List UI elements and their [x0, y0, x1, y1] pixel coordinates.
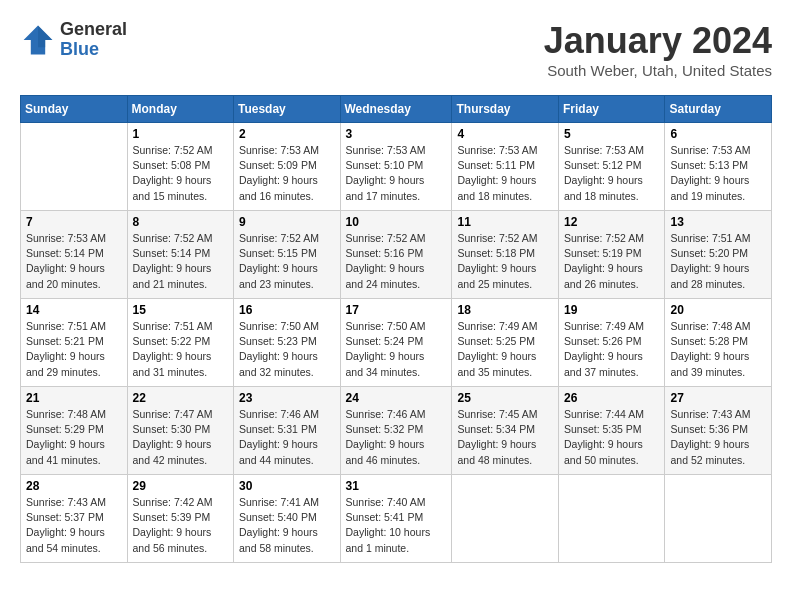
day-info: Sunrise: 7:52 AM Sunset: 5:08 PM Dayligh…	[133, 143, 229, 204]
day-info: Sunrise: 7:43 AM Sunset: 5:37 PM Dayligh…	[26, 495, 122, 556]
calendar-cell: 2Sunrise: 7:53 AM Sunset: 5:09 PM Daylig…	[234, 123, 341, 211]
calendar-cell	[558, 475, 665, 563]
day-info: Sunrise: 7:47 AM Sunset: 5:30 PM Dayligh…	[133, 407, 229, 468]
day-number: 23	[239, 391, 335, 405]
calendar-cell: 5Sunrise: 7:53 AM Sunset: 5:12 PM Daylig…	[558, 123, 665, 211]
calendar-cell: 16Sunrise: 7:50 AM Sunset: 5:23 PM Dayli…	[234, 299, 341, 387]
day-number: 12	[564, 215, 660, 229]
day-number: 24	[346, 391, 447, 405]
day-number: 8	[133, 215, 229, 229]
day-number: 7	[26, 215, 122, 229]
calendar-cell: 15Sunrise: 7:51 AM Sunset: 5:22 PM Dayli…	[127, 299, 234, 387]
calendar-cell: 20Sunrise: 7:48 AM Sunset: 5:28 PM Dayli…	[665, 299, 772, 387]
calendar-cell: 28Sunrise: 7:43 AM Sunset: 5:37 PM Dayli…	[21, 475, 128, 563]
day-info: Sunrise: 7:53 AM Sunset: 5:10 PM Dayligh…	[346, 143, 447, 204]
day-info: Sunrise: 7:49 AM Sunset: 5:26 PM Dayligh…	[564, 319, 660, 380]
calendar-cell: 13Sunrise: 7:51 AM Sunset: 5:20 PM Dayli…	[665, 211, 772, 299]
calendar-table: SundayMondayTuesdayWednesdayThursdayFrid…	[20, 95, 772, 563]
header-day-thursday: Thursday	[452, 96, 559, 123]
day-info: Sunrise: 7:41 AM Sunset: 5:40 PM Dayligh…	[239, 495, 335, 556]
week-row-2: 14Sunrise: 7:51 AM Sunset: 5:21 PM Dayli…	[21, 299, 772, 387]
header-day-friday: Friday	[558, 96, 665, 123]
day-number: 19	[564, 303, 660, 317]
calendar-cell: 3Sunrise: 7:53 AM Sunset: 5:10 PM Daylig…	[340, 123, 452, 211]
calendar-subtitle: South Weber, Utah, United States	[544, 62, 772, 79]
calendar-cell	[665, 475, 772, 563]
day-info: Sunrise: 7:48 AM Sunset: 5:29 PM Dayligh…	[26, 407, 122, 468]
day-number: 1	[133, 127, 229, 141]
day-info: Sunrise: 7:42 AM Sunset: 5:39 PM Dayligh…	[133, 495, 229, 556]
day-number: 10	[346, 215, 447, 229]
calendar-cell: 9Sunrise: 7:52 AM Sunset: 5:15 PM Daylig…	[234, 211, 341, 299]
calendar-title: January 2024	[544, 20, 772, 62]
calendar-header: SundayMondayTuesdayWednesdayThursdayFrid…	[21, 96, 772, 123]
calendar-cell: 25Sunrise: 7:45 AM Sunset: 5:34 PM Dayli…	[452, 387, 559, 475]
calendar-cell	[452, 475, 559, 563]
day-info: Sunrise: 7:46 AM Sunset: 5:32 PM Dayligh…	[346, 407, 447, 468]
day-number: 9	[239, 215, 335, 229]
calendar-cell: 10Sunrise: 7:52 AM Sunset: 5:16 PM Dayli…	[340, 211, 452, 299]
svg-marker-1	[38, 25, 52, 47]
day-info: Sunrise: 7:50 AM Sunset: 5:23 PM Dayligh…	[239, 319, 335, 380]
calendar-cell: 1Sunrise: 7:52 AM Sunset: 5:08 PM Daylig…	[127, 123, 234, 211]
day-number: 14	[26, 303, 122, 317]
day-number: 17	[346, 303, 447, 317]
day-info: Sunrise: 7:45 AM Sunset: 5:34 PM Dayligh…	[457, 407, 553, 468]
day-info: Sunrise: 7:40 AM Sunset: 5:41 PM Dayligh…	[346, 495, 447, 556]
day-number: 20	[670, 303, 766, 317]
day-number: 26	[564, 391, 660, 405]
day-info: Sunrise: 7:53 AM Sunset: 5:11 PM Dayligh…	[457, 143, 553, 204]
header-row: SundayMondayTuesdayWednesdayThursdayFrid…	[21, 96, 772, 123]
calendar-cell: 26Sunrise: 7:44 AM Sunset: 5:35 PM Dayli…	[558, 387, 665, 475]
day-info: Sunrise: 7:52 AM Sunset: 5:15 PM Dayligh…	[239, 231, 335, 292]
day-info: Sunrise: 7:44 AM Sunset: 5:35 PM Dayligh…	[564, 407, 660, 468]
calendar-cell	[21, 123, 128, 211]
day-number: 16	[239, 303, 335, 317]
day-number: 13	[670, 215, 766, 229]
calendar-cell: 24Sunrise: 7:46 AM Sunset: 5:32 PM Dayli…	[340, 387, 452, 475]
header-day-tuesday: Tuesday	[234, 96, 341, 123]
header-day-monday: Monday	[127, 96, 234, 123]
day-info: Sunrise: 7:48 AM Sunset: 5:28 PM Dayligh…	[670, 319, 766, 380]
calendar-body: 1Sunrise: 7:52 AM Sunset: 5:08 PM Daylig…	[21, 123, 772, 563]
calendar-cell: 31Sunrise: 7:40 AM Sunset: 5:41 PM Dayli…	[340, 475, 452, 563]
day-info: Sunrise: 7:50 AM Sunset: 5:24 PM Dayligh…	[346, 319, 447, 380]
logo-general: General	[60, 20, 127, 40]
day-number: 11	[457, 215, 553, 229]
day-info: Sunrise: 7:53 AM Sunset: 5:13 PM Dayligh…	[670, 143, 766, 204]
week-row-4: 28Sunrise: 7:43 AM Sunset: 5:37 PM Dayli…	[21, 475, 772, 563]
calendar-cell: 7Sunrise: 7:53 AM Sunset: 5:14 PM Daylig…	[21, 211, 128, 299]
logo: General Blue	[20, 20, 127, 60]
day-number: 25	[457, 391, 553, 405]
day-number: 15	[133, 303, 229, 317]
calendar-cell: 30Sunrise: 7:41 AM Sunset: 5:40 PM Dayli…	[234, 475, 341, 563]
calendar-cell: 14Sunrise: 7:51 AM Sunset: 5:21 PM Dayli…	[21, 299, 128, 387]
day-number: 27	[670, 391, 766, 405]
calendar-cell: 8Sunrise: 7:52 AM Sunset: 5:14 PM Daylig…	[127, 211, 234, 299]
day-info: Sunrise: 7:49 AM Sunset: 5:25 PM Dayligh…	[457, 319, 553, 380]
calendar-cell: 21Sunrise: 7:48 AM Sunset: 5:29 PM Dayli…	[21, 387, 128, 475]
header-day-saturday: Saturday	[665, 96, 772, 123]
day-number: 21	[26, 391, 122, 405]
day-info: Sunrise: 7:51 AM Sunset: 5:22 PM Dayligh…	[133, 319, 229, 380]
calendar-cell: 18Sunrise: 7:49 AM Sunset: 5:25 PM Dayli…	[452, 299, 559, 387]
day-info: Sunrise: 7:52 AM Sunset: 5:18 PM Dayligh…	[457, 231, 553, 292]
page-header: General Blue January 2024 South Weber, U…	[20, 20, 772, 79]
calendar-cell: 22Sunrise: 7:47 AM Sunset: 5:30 PM Dayli…	[127, 387, 234, 475]
calendar-cell: 12Sunrise: 7:52 AM Sunset: 5:19 PM Dayli…	[558, 211, 665, 299]
day-number: 31	[346, 479, 447, 493]
day-info: Sunrise: 7:43 AM Sunset: 5:36 PM Dayligh…	[670, 407, 766, 468]
day-number: 18	[457, 303, 553, 317]
calendar-cell: 23Sunrise: 7:46 AM Sunset: 5:31 PM Dayli…	[234, 387, 341, 475]
day-number: 29	[133, 479, 229, 493]
week-row-1: 7Sunrise: 7:53 AM Sunset: 5:14 PM Daylig…	[21, 211, 772, 299]
day-info: Sunrise: 7:53 AM Sunset: 5:14 PM Dayligh…	[26, 231, 122, 292]
day-number: 4	[457, 127, 553, 141]
header-day-sunday: Sunday	[21, 96, 128, 123]
calendar-cell: 19Sunrise: 7:49 AM Sunset: 5:26 PM Dayli…	[558, 299, 665, 387]
header-day-wednesday: Wednesday	[340, 96, 452, 123]
day-info: Sunrise: 7:52 AM Sunset: 5:16 PM Dayligh…	[346, 231, 447, 292]
title-block: January 2024 South Weber, Utah, United S…	[544, 20, 772, 79]
logo-blue: Blue	[60, 40, 127, 60]
week-row-3: 21Sunrise: 7:48 AM Sunset: 5:29 PM Dayli…	[21, 387, 772, 475]
